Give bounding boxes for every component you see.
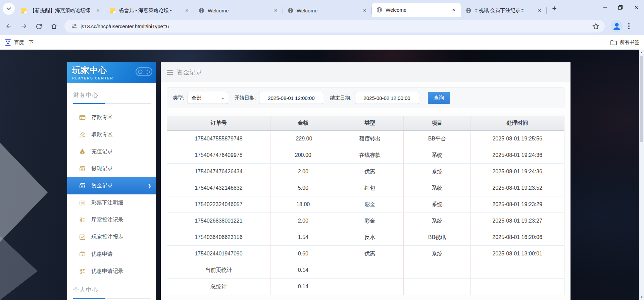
end-date-input[interactable] <box>355 92 419 104</box>
back-button[interactable] <box>2 20 15 33</box>
tab-close-icon[interactable]: ✕ <box>183 7 191 14</box>
tab-close-icon[interactable]: ✕ <box>272 7 280 14</box>
window-controls <box>597 0 644 15</box>
tab-search-button[interactable] <box>3 3 15 15</box>
globe-favicon <box>377 7 382 13</box>
table-body: 1754047555879748 -229.00 额度转出 BB平台 2025-… <box>167 131 564 295</box>
tab-title: 【新提醒】海燕策略论坛综 <box>30 7 92 14</box>
bookmark-star-icon[interactable] <box>592 23 599 30</box>
query-button[interactable]: 查询 <box>428 92 450 104</box>
home-button[interactable] <box>48 20 60 33</box>
sidebar-item-promo-apply[interactable]: 优惠申请 <box>67 246 156 263</box>
cell-time: 2025-08-01 19:24:36 <box>470 147 564 164</box>
cell-amount: 5.00 <box>270 180 336 196</box>
sidebar-item-recharge-record[interactable]: ¥ 充值记录 <box>67 143 156 160</box>
cell-time: 2025-08-01 13:00:01 <box>470 246 564 262</box>
url-text[interactable]: js13.cc/hhcp/usercenter.html?iniType=6 <box>81 23 592 29</box>
reload-button[interactable] <box>33 20 45 33</box>
globe-favicon <box>465 8 471 13</box>
chevron-right-icon: ❯ <box>148 183 151 188</box>
sidebar-item-label: 优惠申请 <box>91 251 113 258</box>
cell-type: 红包 <box>336 180 404 196</box>
tab-close-icon[interactable]: ✕ <box>94 7 102 14</box>
table-row: 当前页统计 0.14 <box>167 262 564 279</box>
cell-amount: 2.00 <box>270 164 336 180</box>
cell-amount: 0.14 <box>270 279 336 295</box>
tab-welcome-active[interactable]: Welcome ✕ <box>372 3 461 17</box>
minimize-button[interactable] <box>597 0 612 15</box>
sidebar-item-player-bet-report[interactable]: 玩家投注报表 <box>67 229 156 246</box>
cell-type: 彩金 <box>336 213 404 229</box>
page-title-bar: 资金记录 <box>161 62 571 82</box>
cell-time <box>470 262 564 279</box>
baidu-icon <box>5 39 11 46</box>
cell-type: 彩金 <box>336 196 404 213</box>
cell-project: 系统 <box>404 196 470 213</box>
list-icon <box>79 217 86 223</box>
tab-welcome-2[interactable]: Welcome ✕ <box>283 4 372 17</box>
tab-video-records[interactable]: :::视讯 会员下注纪录::: ✕ <box>461 4 547 17</box>
chart-icon <box>79 234 86 240</box>
cell-type: 反水 <box>336 229 404 246</box>
tab-welcome-1[interactable]: Welcome ✕ <box>194 4 283 17</box>
sidebar-item-hall-bet-record[interactable]: 厅室投注记录 <box>67 212 156 229</box>
scrollbar-thumb[interactable] <box>640 56 643 142</box>
select-caret-icon: ⌄ <box>221 96 225 100</box>
type-select[interactable]: 全部 ⌄ <box>188 92 228 104</box>
tab-close-icon[interactable]: ✕ <box>361 7 368 14</box>
finance-heading: 财务中心 <box>73 91 156 99</box>
sidebar-item-label: 存款专区 <box>91 114 113 121</box>
tab-close-icon[interactable]: ✕ <box>536 7 543 14</box>
sidebar-item-promo-apply-record[interactable]: 优惠申请记录 <box>67 263 156 280</box>
sidebar-item-label: 彩票下注明细 <box>91 199 123 206</box>
main-panel: 资金记录 类型: 全部 ⌄ 开始日期: 结束日期: 查询 订单号 金额 类型 项… <box>161 62 571 300</box>
scroll-up-icon[interactable]: ▲ <box>639 50 644 55</box>
browser-menu-icon[interactable] <box>628 23 630 29</box>
chevron-down-icon <box>7 7 11 10</box>
cell-amount: 0.14 <box>270 262 336 279</box>
site-info-icon[interactable] <box>71 23 77 29</box>
sidebar-item-deposit-zone[interactable]: 存款专区 <box>67 109 156 126</box>
sidebar-menu: 存款专区 取款专区 ¥ 充值记录 提现记录 资金记录 ❯ 彩票下注明细 厅室投注… <box>67 109 156 280</box>
scroll-down-icon[interactable]: ▼ <box>639 294 644 300</box>
header-order-no: 订单号 <box>167 116 270 131</box>
address-bar[interactable]: js13.cc/hhcp/usercenter.html?iniType=6 <box>64 20 605 33</box>
cell-order-no: 1754024401947090 <box>167 246 270 262</box>
cell-amount: 200.00 <box>270 147 336 164</box>
cell-order-no: 1754036406623156 <box>167 229 270 246</box>
cell-amount: 0.60 <box>270 246 336 262</box>
forward-button[interactable] <box>17 20 30 33</box>
sidebar-item-label: 玩家投注报表 <box>91 234 123 241</box>
cell-time: 2025-08-01 16:20:06 <box>470 229 564 246</box>
sidebar-item-withdrawal-record[interactable]: 提现记录 <box>67 160 156 177</box>
cell-project <box>404 279 470 295</box>
sidebar-item-funds-record[interactable]: 资金记录 ❯ <box>67 177 156 194</box>
tab-forum-1[interactable]: 【新提醒】海燕策略论坛综 ✕ <box>16 4 105 17</box>
header-time: 处理时间 <box>470 116 564 131</box>
sidebar-item-lottery-bet-detail[interactable]: 彩票下注明细 <box>67 194 156 212</box>
new-tab-button[interactable]: + <box>549 3 560 14</box>
close-window-button[interactable] <box>628 0 644 15</box>
section-divider <box>73 298 151 299</box>
sidebar-item-withdraw-zone[interactable]: 取款专区 <box>67 126 156 143</box>
tab-close-icon[interactable]: ✕ <box>450 6 457 14</box>
page-scrollbar[interactable]: ▲ ▼ <box>639 50 644 300</box>
bookmark-baidu[interactable]: 百度一下 <box>5 39 34 46</box>
hamburger-icon[interactable] <box>167 70 173 75</box>
cell-order-no: 1754047555879748 <box>167 131 270 147</box>
cell-order-no: 1754047476409978 <box>167 147 270 164</box>
type-label: 类型: <box>173 95 184 101</box>
page-title: 资金记录 <box>177 68 202 76</box>
maximize-button[interactable] <box>612 0 628 15</box>
withdraw-icon <box>79 131 86 138</box>
cell-time: 2025-08-01 19:24:36 <box>470 164 564 180</box>
cell-project: 系统 <box>404 246 470 262</box>
tab-forum-2[interactable]: 杨雪儿 - 海燕策略论坛 - ✕ <box>105 4 194 17</box>
table-row: 1754047476409978 200.00 在线存款 系统 2025-08-… <box>167 147 564 164</box>
start-date-input[interactable] <box>259 92 323 104</box>
profile-avatar[interactable] <box>611 20 623 32</box>
cell-time: 2025-08-01 19:23:52 <box>470 180 564 196</box>
cell-amount: 1.54 <box>270 229 336 246</box>
all-bookmarks-button[interactable]: 所有书签 <box>610 39 639 46</box>
cell-project: 系统 <box>404 164 470 180</box>
